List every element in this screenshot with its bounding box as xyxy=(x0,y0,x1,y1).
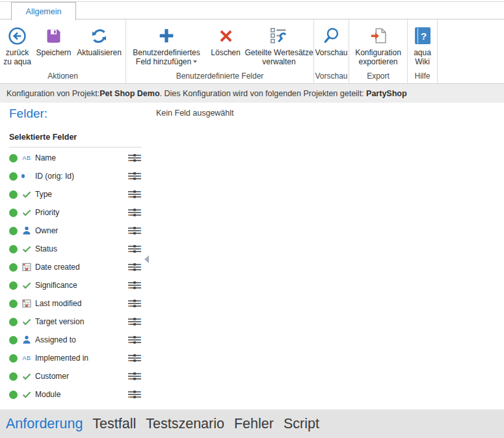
active-status-icon xyxy=(9,354,18,363)
active-status-icon xyxy=(9,209,18,217)
choice-field-type-icon xyxy=(21,371,32,381)
save-button[interactable]: Speichern xyxy=(34,21,74,70)
ribbon-group-benutzerdefinierte-felder: Benutzerdefiniertes Feld hinzufügen Lösc… xyxy=(126,19,314,83)
field-options-icon[interactable] xyxy=(127,298,142,309)
field-options-icon[interactable] xyxy=(127,335,142,345)
active-status-icon xyxy=(9,172,18,181)
date-field-type-icon xyxy=(21,262,32,272)
tab-anforderung[interactable]: Anforderung xyxy=(6,416,83,432)
field-options-icon[interactable] xyxy=(127,353,142,363)
info-shared-project-name: PartyShop xyxy=(366,89,407,98)
text-field-type-icon: AB xyxy=(21,155,32,161)
field-options-icon[interactable] xyxy=(127,262,142,272)
manage-shared-value-sets-button[interactable]: Geteilte Wertesätze verwalten xyxy=(245,21,313,70)
selected-fields-list: AB Name ID (orig: Id) Type Priority xyxy=(9,149,142,404)
active-status-icon xyxy=(9,300,18,308)
field-options-icon[interactable] xyxy=(127,371,142,381)
field-row-owner[interactable]: Owner xyxy=(9,222,142,240)
ribbon-group-aktionen: zurück zu aqua Speichern Aktualisieren A… xyxy=(0,19,126,83)
field-options-icon[interactable] xyxy=(127,316,142,327)
ribbon-group-export: Konfiguration exportieren Export xyxy=(349,19,408,83)
panel-collapse-arrow-icon[interactable] xyxy=(144,255,149,263)
refresh-icon xyxy=(90,24,109,47)
field-options-icon[interactable] xyxy=(127,389,142,400)
choice-field-type-icon xyxy=(21,280,32,290)
field-row-id[interactable]: ID (orig: Id) xyxy=(9,167,142,185)
field-row-last-modified[interactable]: Last modified xyxy=(9,294,142,313)
active-status-icon xyxy=(9,190,18,199)
preview-button[interactable]: Vorschau xyxy=(314,21,349,70)
field-options-icon[interactable] xyxy=(127,244,142,254)
aqua-wiki-button[interactable]: ? aqua Wiki xyxy=(408,21,437,70)
active-status-icon xyxy=(9,372,18,381)
tab-testszenario[interactable]: Testszenario xyxy=(146,416,224,432)
field-options-icon[interactable] xyxy=(127,171,142,181)
fields-panel-title: Felder: xyxy=(9,107,47,121)
choice-field-type-icon xyxy=(21,244,32,254)
group-caption-benutzerdefinierte-felder: Benutzerdefinierte Felder xyxy=(126,70,313,83)
field-row-significance[interactable]: Significance xyxy=(9,276,142,294)
group-caption-vorschau: Vorschau xyxy=(314,70,349,83)
ribbon-group-hilfe: ? aqua Wiki Hilfe xyxy=(408,19,438,83)
date-field-type-icon xyxy=(21,298,32,309)
add-custom-field-label: Benutzerdefiniertes Feld hinzufügen xyxy=(126,49,207,66)
info-middle: . Dies Konfiguration wird von folgenden … xyxy=(160,89,367,98)
active-status-icon xyxy=(9,154,18,162)
field-options-icon[interactable] xyxy=(127,153,142,163)
export-configuration-button[interactable]: Konfiguration exportieren xyxy=(350,21,407,70)
dropdown-arrow-icon xyxy=(193,60,197,63)
field-row-type[interactable]: Type xyxy=(9,185,142,203)
field-options-icon[interactable] xyxy=(127,225,142,236)
id-field-type-icon xyxy=(21,174,25,178)
tab-testfall[interactable]: Testfall xyxy=(92,416,136,432)
field-options-icon[interactable] xyxy=(127,189,142,200)
back-to-aqua-button[interactable]: zurück zu aqua xyxy=(1,21,34,70)
choice-field-type-icon xyxy=(21,207,32,218)
wiki-icon: ? xyxy=(415,24,431,47)
aqua-wiki-label: aqua Wiki xyxy=(408,49,437,66)
tab-allgemein[interactable]: Allgemein xyxy=(11,2,76,20)
user-field-type-icon xyxy=(21,335,32,345)
active-status-icon xyxy=(9,227,18,235)
field-row-date-created[interactable]: Date created xyxy=(9,258,142,276)
add-custom-field-button[interactable]: Benutzerdefiniertes Feld hinzufügen xyxy=(126,21,207,70)
active-status-icon xyxy=(9,263,18,272)
field-row-priority[interactable]: Priority xyxy=(9,203,142,222)
field-row-implemented-in[interactable]: AB Implemented in xyxy=(9,349,142,367)
choice-field-type-icon xyxy=(21,389,32,400)
field-row-name[interactable]: AB Name xyxy=(9,149,142,167)
add-field-icon xyxy=(157,24,176,47)
tab-fehler[interactable]: Fehler xyxy=(234,416,274,432)
configuration-info-bar: Konfiguration von Projekt:Pet Shop Demo.… xyxy=(0,84,504,103)
delete-button[interactable]: Löschen xyxy=(207,21,245,70)
field-row-customer[interactable]: Customer xyxy=(9,367,142,385)
active-status-icon xyxy=(9,245,18,253)
user-field-type-icon xyxy=(21,225,32,236)
active-status-icon xyxy=(9,318,18,326)
back-icon xyxy=(7,24,27,47)
text-field-type-icon: AB xyxy=(21,355,32,361)
refresh-label: Aktualisieren xyxy=(77,49,122,58)
export-icon xyxy=(369,24,388,47)
field-row-status[interactable]: Status xyxy=(9,240,142,258)
ribbon-tab-bar: Allgemein xyxy=(0,0,504,19)
field-row-assigned-to[interactable]: Assigned to xyxy=(9,331,142,349)
active-status-icon xyxy=(9,281,18,290)
info-prefix: Konfiguration von Projekt: xyxy=(7,89,99,98)
field-row-target-version[interactable]: Target version xyxy=(9,313,142,331)
tab-script[interactable]: Script xyxy=(284,416,319,432)
active-status-icon xyxy=(9,391,18,399)
tab-allgemein-label: Allgemein xyxy=(26,7,62,16)
refresh-button[interactable]: Aktualisieren xyxy=(74,21,125,70)
item-type-tab-bar: Anforderung Testfall Testszenario Fehler… xyxy=(0,409,504,438)
field-options-icon[interactable] xyxy=(127,280,142,290)
choice-field-type-icon xyxy=(21,316,32,327)
field-row-module[interactable]: Module xyxy=(9,385,142,404)
field-options-icon[interactable] xyxy=(127,207,142,218)
delete-icon xyxy=(217,24,235,47)
ribbon-empty-space xyxy=(438,19,504,83)
group-caption-export: Export xyxy=(349,70,407,83)
ribbon-group-vorschau: Vorschau Vorschau xyxy=(314,19,349,83)
preview-icon xyxy=(322,24,341,47)
save-icon xyxy=(44,24,63,47)
